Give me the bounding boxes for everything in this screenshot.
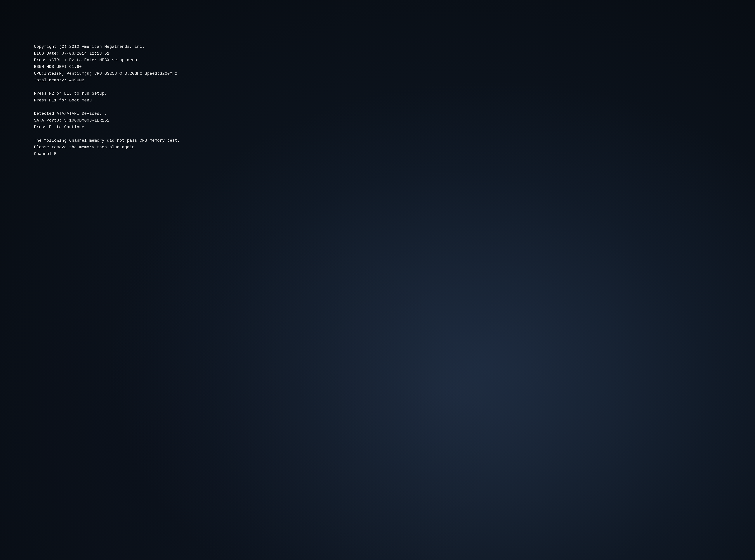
bios-line-channel-memory-error: The following Channel memory did not pas… bbox=[34, 137, 180, 144]
bios-line-board-model: B85M-HDS UEFI C1.60 bbox=[34, 64, 180, 70]
bios-line-blank1 bbox=[34, 84, 180, 91]
bios-line-channel-b: Channel B bbox=[34, 151, 180, 157]
bios-line-blank2 bbox=[34, 104, 180, 111]
bios-line-sata-port: SATA Port3: ST1000DM003-1ER162 bbox=[34, 117, 180, 124]
bios-line-press-f2: Press F2 or DEL to run Setup. bbox=[34, 91, 180, 97]
bios-line-detected-ata: Detected ATA/ATAPI Devices... bbox=[34, 111, 180, 117]
bios-line-cpu-info: CPU:Intel(R) Pentium(R) CPU G3258 @ 3.20… bbox=[34, 71, 180, 77]
bios-line-press-ctrl: Press <CTRL + P> to Enter MEBX setup men… bbox=[34, 57, 180, 64]
bios-line-press-f11: Press F11 for Boot Menu. bbox=[34, 97, 180, 104]
bios-line-total-memory: Total Memory: 4096MB bbox=[34, 77, 180, 84]
bios-line-bios-date: BIOS Date: 07/03/2014 12:13:51 bbox=[34, 51, 180, 57]
bios-line-press-f1: Press F1 to Continue bbox=[34, 124, 180, 131]
bios-line-copyright: Copyright (C) 2012 American Megatrends, … bbox=[34, 43, 180, 50]
bios-line-blank3 bbox=[34, 131, 180, 137]
bios-screen: Copyright (C) 2012 American Megatrends, … bbox=[0, 0, 755, 560]
bios-text-block: Copyright (C) 2012 American Megatrends, … bbox=[0, 0, 214, 187]
bios-line-please-remove: Please remove the memory then plug again… bbox=[34, 144, 180, 151]
